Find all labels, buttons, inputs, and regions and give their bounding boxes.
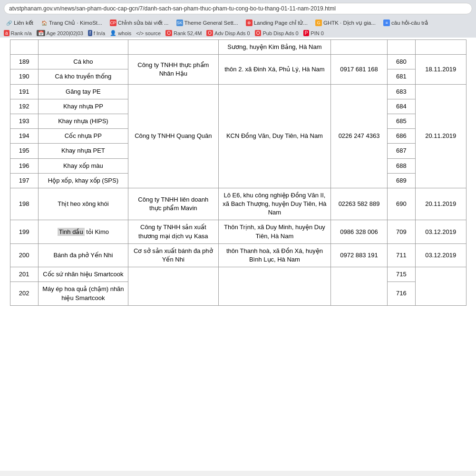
table-row: 201 Cốc sứ nhãn hiệu Smartcook 715 (10, 267, 466, 282)
table-row: 200 Bánh đa phở Yến Nhi Cơ sở sản xuất b… (10, 243, 466, 267)
cell-stt-201: 201 (10, 267, 38, 282)
cell-stt-197: 197 (10, 173, 38, 188)
cell-so-199: 709 (387, 220, 415, 243)
cell-ngay-199: 03.12.2019 (415, 220, 466, 243)
cell-ten-198: Thịt heo xông khói (38, 188, 128, 220)
highlight-tinh-dau: Tinh dầu (58, 228, 85, 236)
cell-coso-199: Công ty TNHH sản xuất thương mại dịch vụ… (128, 220, 218, 243)
theme-icon: SK (176, 19, 183, 26)
cell-stt-190: 190 (10, 69, 38, 84)
cell-phone-198: 02263 582 889 (331, 188, 387, 220)
ghtk-icon: G (315, 19, 322, 26)
toolbar-rank-label: Rank n/a (11, 30, 32, 36)
cell-so-190: 681 (387, 69, 415, 84)
cell-stt-192: 192 (10, 99, 38, 114)
cell-ten-197: Hộp xốp, khay xốp (SPS) (38, 173, 128, 188)
cell-diachi: Sương, huyện Kim Bảng, Hà Nam (218, 40, 331, 55)
bookmark-landing[interactable]: ⊕ Landing Page chỉ tử... (244, 19, 310, 27)
bookmark-trangchu-label: Trang Chủ · KimoSt... (49, 19, 102, 26)
age-icon: 📅 (37, 30, 45, 36)
bookmark-ghtk-label: GHTK · Dịch vụ gia... (323, 19, 376, 26)
bookmarks-row: 🔗 Liên kết 🏠 Trang Chủ · KimoSt... CP Ch… (0, 17, 476, 29)
cell-ten-196: Khay xốp màu (38, 158, 128, 173)
pin-icon: P (303, 30, 310, 36)
toolbar-ranksite-label: Rank 52,4M (174, 30, 202, 36)
cell-stt-199: 199 (10, 220, 38, 243)
cell-ten-200: Bánh đa phở Yến Nhi (38, 243, 128, 267)
bookmark-lienket[interactable]: 🔗 Liên kết (4, 19, 35, 27)
address-bar-row: atvstphanam.gov.vn/news/san-pham-duoc-ca… (0, 0, 476, 17)
cell-ten-190: Cá kho truyền thống (38, 69, 128, 84)
cell-phone-199: 0986 328 006 (331, 220, 387, 243)
bookmark-trangchu[interactable]: 🏠 Trang Chủ · KimoSt... (39, 19, 104, 27)
cell-diachi-198: Lô E6, khu công nghiệp Đồng Văn II, xã B… (218, 188, 331, 220)
cell-so-197: 689 (387, 173, 415, 188)
cell-diachi-191: KCN Đồng Văn, Duy Tiên, Hà Nam (218, 84, 331, 188)
cell-so-194: 686 (387, 129, 415, 144)
table-row: 191 Găng tay PE Công ty TNHH Quang Quân … (10, 84, 466, 99)
table-row: Sương, huyện Kim Bảng, Hà Nam (10, 40, 466, 55)
cell-ngay-191: 20.11.2019 (415, 84, 466, 188)
cell-coso-189: Công ty TNHH thực phẩm Nhân Hậu (128, 55, 218, 84)
cell-coso-191: Công ty TNHH Quang Quân (128, 84, 218, 188)
cell-ten-193: Khay nhựa (HIPS) (38, 114, 128, 128)
bookmark-chinhsua[interactable]: CP Chỉnh sửa bài viết ... (108, 19, 171, 27)
trangchu-icon: 🏠 (41, 19, 48, 26)
cell-ngay (415, 40, 466, 55)
cell-ngay-201 (415, 267, 466, 306)
bookmark-cauhoi-label: câu hỏi-câu trả (391, 19, 428, 26)
toolbar-pubdisp-label: Pub Disp Ads 0 (262, 30, 298, 36)
cell-coso-201 (128, 267, 218, 306)
cell-so-202: 716 (387, 282, 415, 305)
toolbar-rank[interactable]: a Rank n/a (4, 30, 32, 36)
toolbar-advdisp[interactable]: O Adv Disp Ads 0 (206, 30, 250, 36)
bookmark-chinhsua-label: Chỉnh sửa bài viết ... (118, 19, 169, 26)
bookmark-ghtk[interactable]: G GHTK · Dịch vụ gia... (313, 19, 378, 27)
data-table: Sương, huyện Kim Bảng, Hà Nam 189 Cá kho… (10, 39, 466, 306)
bookmark-theme[interactable]: SK Theme General Sett... (175, 19, 240, 27)
cell-stt-196: 196 (10, 158, 38, 173)
cell-diachi-199: Thôn Trịnh, xã Duy Minh, huyện Duy Tiên,… (218, 220, 331, 243)
toolbar-fb[interactable]: f f In/a (88, 30, 105, 36)
toolbar-age[interactable]: 📅 Age 2020|02|03 (37, 30, 83, 36)
toolbar-fb-label: f In/a (94, 30, 105, 36)
cell-coso (128, 40, 218, 55)
rank-icon: a (4, 30, 10, 36)
cell-stt (10, 40, 38, 55)
cell-so-195: 687 (387, 144, 415, 158)
toolbar-whois[interactable]: 👤 whois (110, 30, 131, 36)
bookmark-cauhoi[interactable]: ≡ câu hỏi-câu trả (381, 19, 430, 27)
cell-coso-200: Cơ sở sản xuất bánh đa phở Yến Nhi (128, 243, 218, 267)
cell-stt-198: 198 (10, 188, 38, 220)
cell-so-200: 711 (387, 243, 415, 267)
cell-coso-198: Công ty TNHH liên doanh thực phẩm Mavin (128, 188, 218, 220)
cell-stt-195: 195 (10, 144, 38, 158)
cell-ngay-198: 20.11.2019 (415, 188, 466, 220)
toolbar-row: a Rank n/a 📅 Age 2020|02|03 f f In/a 👤 w… (0, 29, 476, 38)
chinhsua-icon: CP (110, 19, 117, 26)
cell-stt-193: 193 (10, 114, 38, 128)
toolbar-pubdisp[interactable]: O Pub Disp Ads 0 (255, 30, 299, 36)
cell-stt-191: 191 (10, 84, 38, 99)
cell-ten-199: Tinh dầu tỏi Kimo (38, 220, 128, 243)
cell-ngay-189: 18.11.2019 (415, 55, 466, 84)
advdisp-icon: O (206, 30, 213, 36)
bookmark-landing-label: Landing Page chỉ tử... (254, 19, 308, 26)
ranksite-icon: O (165, 30, 172, 36)
toolbar-pin[interactable]: P PIN 0 (303, 30, 324, 36)
bookmark-lienket-label: Liên kết (14, 19, 33, 26)
fb-icon: f (88, 30, 92, 36)
address-bar[interactable]: atvstphanam.gov.vn/news/san-pham-duoc-ca… (4, 3, 472, 14)
toolbar-source[interactable]: </> source (136, 30, 161, 36)
page-content: Sương, huyện Kim Bảng, Hà Nam 189 Cá kho… (0, 38, 476, 471)
table-row: 189 Cá kho Công ty TNHH thực phẩm Nhân H… (10, 55, 466, 69)
cell-stt-194: 194 (10, 129, 38, 144)
cell-ngay-200: 03.12.2019 (415, 243, 466, 267)
cell-so-192: 684 (387, 99, 415, 114)
pubdisp-icon: O (255, 30, 262, 36)
cauhoi-icon: ≡ (383, 19, 390, 26)
toolbar-ranksite[interactable]: O Rank 52,4M (165, 30, 202, 36)
cell-phone-200: 0972 883 191 (331, 243, 387, 267)
cell-stt-202: 202 (10, 282, 38, 305)
toolbar-age-label: Age 2020|02|03 (47, 30, 83, 36)
